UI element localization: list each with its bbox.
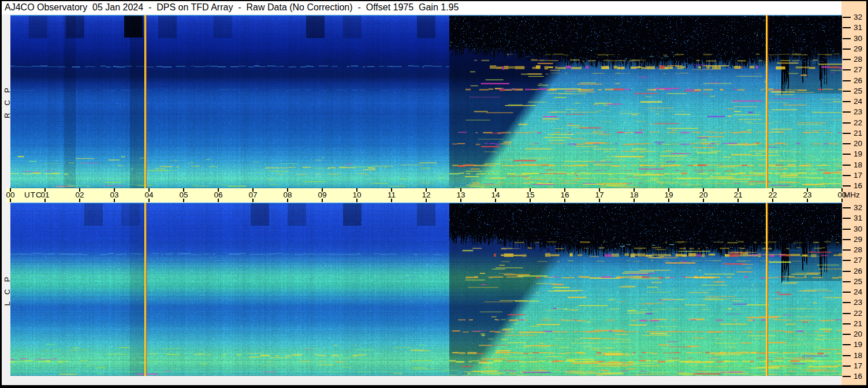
freq-tick xyxy=(843,313,851,314)
freq-tick xyxy=(843,239,851,240)
hour-label: 11 xyxy=(388,191,396,199)
freq-tick xyxy=(843,355,851,356)
hour-label: 07 xyxy=(248,191,257,199)
hour-label: 01 xyxy=(40,191,49,199)
hour-label: 15 xyxy=(526,191,534,199)
freq-tick xyxy=(843,344,851,345)
hour-label: 03 xyxy=(110,191,118,199)
freq-label: 19 xyxy=(854,340,866,349)
freq-tick xyxy=(843,249,851,251)
hour-label: 18 xyxy=(629,191,638,199)
freq-tick xyxy=(843,334,851,335)
hour-label: 00 xyxy=(837,191,846,199)
freq-tick xyxy=(843,48,851,50)
freq-label: 17 xyxy=(854,361,866,371)
freq-tick xyxy=(843,292,851,293)
utc-axis-label: UTC xyxy=(24,191,42,199)
freq-label: 26 xyxy=(854,267,866,276)
freq-tick xyxy=(843,133,851,134)
freq-label: 20 xyxy=(854,330,866,339)
freq-label: 24 xyxy=(854,288,866,297)
freq-label: 23 xyxy=(854,107,866,117)
freq-label: 24 xyxy=(854,97,866,106)
hour-label: 13 xyxy=(456,191,465,199)
freq-label: 18 xyxy=(854,351,866,360)
freq-tick xyxy=(843,365,851,367)
freq-label: 25 xyxy=(854,277,866,286)
freq-label: 16 xyxy=(854,372,866,381)
freq-label: 23 xyxy=(854,298,866,307)
freq-tick xyxy=(843,38,851,39)
freq-tick xyxy=(843,175,851,176)
hour-label: 00 xyxy=(6,191,14,199)
freq-label: 22 xyxy=(854,118,866,128)
hour-label: 14 xyxy=(491,191,500,199)
freq-tick xyxy=(843,101,851,102)
freq-label: 29 xyxy=(854,235,866,244)
freq-label: 21 xyxy=(854,129,866,138)
freq-label: 27 xyxy=(854,256,866,265)
freq-label: 27 xyxy=(854,65,866,74)
time-axis: UTC 000102030405060708091011121314151617… xyxy=(6,188,841,202)
freq-label: 32 xyxy=(854,203,866,212)
freq-label: 17 xyxy=(854,171,866,180)
page-title: AJ4CO Observatory 05 Jan 2024 - DPS on T… xyxy=(2,1,841,14)
freq-label: 32 xyxy=(854,13,866,22)
freq-tick xyxy=(843,207,851,208)
title-bar: AJ4CO Observatory 05 Jan 2024 - DPS on T… xyxy=(2,1,841,14)
hour-label: 06 xyxy=(214,191,222,199)
hour-label: 08 xyxy=(283,191,292,199)
freq-label: 31 xyxy=(854,23,866,32)
hour-label: 17 xyxy=(595,191,603,199)
hour-label: 16 xyxy=(560,191,569,199)
freq-label: 30 xyxy=(854,225,866,234)
freq-label: 29 xyxy=(854,44,866,54)
freq-tick xyxy=(843,154,851,155)
freq-label: 26 xyxy=(854,76,866,85)
freq-tick xyxy=(843,143,851,144)
rcp-spectrogram-canvas xyxy=(10,15,842,188)
freq-label: 19 xyxy=(854,150,866,159)
hour-label: 12 xyxy=(422,191,430,199)
freq-tick xyxy=(843,323,851,324)
freq-label: 31 xyxy=(854,214,866,223)
freq-tick xyxy=(843,260,851,261)
freq-tick xyxy=(843,218,851,219)
freq-tick xyxy=(843,376,851,377)
freq-label: 25 xyxy=(854,87,866,96)
freq-tick xyxy=(843,185,851,186)
hour-label: 02 xyxy=(75,191,84,199)
hour-label: 05 xyxy=(179,191,188,199)
freq-tick xyxy=(843,27,851,28)
hour-label: 04 xyxy=(144,191,153,199)
freq-tick xyxy=(843,271,851,272)
hour-label: 20 xyxy=(699,191,707,199)
freq-tick xyxy=(843,281,851,282)
freq-tick xyxy=(843,165,851,166)
freq-tick xyxy=(843,91,851,92)
hour-label: 19 xyxy=(664,191,673,199)
lcp-spectrogram-canvas xyxy=(10,203,842,376)
freq-label: 21 xyxy=(854,319,866,329)
freq-label: 30 xyxy=(854,34,866,43)
hour-label: 23 xyxy=(803,191,811,199)
freq-tick xyxy=(843,59,851,60)
hour-label: 22 xyxy=(768,191,777,199)
freq-tick xyxy=(843,69,851,70)
app-window: AJ4CO Observatory 05 Jan 2024 - DPS on T… xyxy=(2,1,866,385)
hour-label: 09 xyxy=(318,191,326,199)
freq-label: 22 xyxy=(854,309,866,318)
freq-tick xyxy=(843,302,851,303)
freq-tick xyxy=(843,111,851,113)
freq-label: 16 xyxy=(854,181,866,191)
freq-tick xyxy=(843,80,851,81)
freq-tick xyxy=(843,229,851,230)
freq-label: 28 xyxy=(854,55,866,64)
freq-label: 18 xyxy=(854,161,866,170)
freq-tick xyxy=(843,17,851,18)
freq-tick xyxy=(843,122,851,124)
hour-label: 10 xyxy=(352,191,361,199)
freq-label: 20 xyxy=(854,139,866,148)
hour-label: 21 xyxy=(733,191,742,199)
freq-label: 28 xyxy=(854,245,866,255)
